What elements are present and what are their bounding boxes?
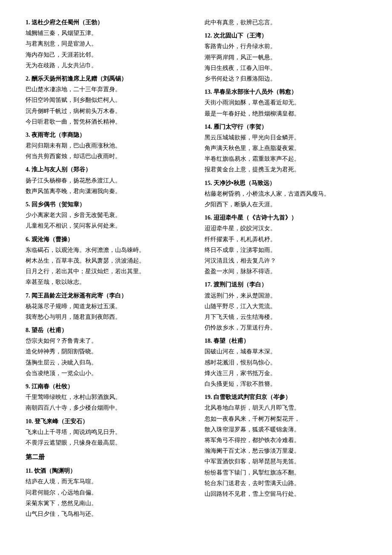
poem-19-line: 瀚海阑干百丈冰，愁云惨淡万里凝。	[205, 445, 366, 456]
poem-7-line: 杨花落尽子规啼，闻道龙标过五溪。	[26, 301, 187, 312]
poem-14-title: 14. 雁门太守行（李贺）	[205, 121, 366, 132]
poem-15-line: 枯藤老树昏鸦，小桥流水人家，古道西风瘦马。	[205, 188, 366, 199]
poem-9-line: 南朝四百八十寺，多少楼台烟雨中。	[26, 402, 187, 413]
poem-6-line: 日月之行，若出其中；星汉灿烂，若出其里。	[26, 266, 187, 277]
poem-19-line: 轮台东门送君去，去时雪满天山路。	[205, 478, 366, 489]
poem-14-line: 黑云压城城欲摧，甲光向日金鳞开。	[205, 132, 366, 143]
poem-19-title: 19. 白雪歌送武判官归京（岑参）	[205, 392, 366, 402]
poem-4-title: 4. 淮上与友人别（郑谷）	[26, 164, 187, 175]
poem-18: 18. 春望（杜甫）国破山河在，城春草木深。感时花溅泪，恨别鸟惊心。烽火连三月，…	[205, 335, 366, 389]
poem-3: 3. 夜雨寄北（李商隐）君问归期未有期，巴山夜雨涨秋池。何当共剪西窗烛，却话巴山…	[26, 130, 187, 162]
poem-1-title: 1. 送杜少府之任蜀州（王勃）	[26, 17, 187, 28]
poem-5-line: 少小离家老大回，乡音无改鬓毛衰。	[26, 210, 187, 220]
poem-18-line: 感时花溅泪，恨别鸟惊心。	[205, 357, 366, 368]
poem-12-line: 海日生残夜，江春入旧年。	[205, 63, 366, 73]
poem-14-line: 半卷红旗临易水，霜重鼓寒声不起。	[205, 153, 366, 164]
poem-11-title: 11. 饮酒（陶渊明）	[26, 465, 187, 476]
poem-12-title: 12. 次北固山下（王湾）	[205, 30, 366, 41]
poem-6-line: 幸甚至哉，歌以咏志。	[26, 277, 187, 287]
poem-16-title: 16. 迢迢牵牛星（《古诗十九首》）	[205, 212, 366, 223]
poem-8-line: 荡胸生层云，决眦入归鸟。	[26, 357, 187, 368]
poem-13-title: 13. 早春呈水部张十八员外（韩愈）	[205, 87, 366, 97]
poem-19-line: 将军角弓不得控，都护铁衣冷难着。	[205, 435, 366, 445]
poem-13: 13. 早春呈水部张十八员外（韩愈）天街小雨润如酥，草色遥看近却无。最是一年春好…	[205, 87, 366, 119]
poem-3-line: 何当共剪西窗烛，却话巴山夜雨时。	[26, 151, 187, 162]
poem-2-line: 今日听君歌一曲，暂凭杯酒长精神。	[26, 116, 187, 127]
left-column: 1. 送杜少府之任蜀州（王勃）城阙辅三秦，风烟望五津。与君离别意，同是宦游人。海…	[26, 17, 187, 522]
poem-16-line: 盈盈一水间，脉脉不得语。	[205, 266, 366, 277]
poem-9: 9. 江南春（杜牧）千里莺啼绿映红，水村山郭酒旗风。南朝四百八十寺，多少楼台烟雨…	[26, 381, 187, 413]
poem-17-line: 仍怜故乡水，万里送行舟。	[205, 322, 366, 333]
poem-19-line: 中军置酒饮归客，胡琴琵琶与羌笛。	[205, 456, 366, 467]
poem-8: 8. 望岳（杜甫）岱宗夫如何？齐鲁青未了。造化钟神秀，阴阳割昏晓。荡胸生层云，决…	[26, 325, 187, 379]
poem-18-line: 白头搔更短，浑欲不胜簪。	[205, 379, 366, 389]
poem-11-line: 问君何能尔，心远地自偏。	[26, 487, 187, 498]
poem-8-title: 8. 望岳（杜甫）	[26, 325, 187, 335]
poem-1-line: 城阙辅三秦，风烟望五津。	[26, 28, 187, 38]
poem-16-line: 纤纤擢素手，札札弄机杼。	[205, 234, 366, 245]
poem-17: 17. 渡荆门送别（李白）渡远荆门外，来从楚国游。山随平野尽，江入大荒流。月下飞…	[205, 279, 366, 333]
poem-19-line: 山回路转不见君，雪上空留马行处。	[205, 489, 366, 499]
poem-5: 5. 回乡偶书（贺知章）少小离家老大回，乡音无改鬓毛衰。儿童相见不相识，笑问客从…	[26, 199, 187, 231]
poem-16-line: 河汉清且浅，相去复几许？	[205, 255, 366, 266]
poem-6: 6. 观沧海（曹操）东临碣石，以观沧海。水何澹澹，山岛竦峙。树木丛生，百草丰茂。…	[26, 234, 187, 288]
poem-9-line: 千里莺啼绿映红，水村山郭酒旗风。	[26, 392, 187, 402]
poem-19-line: 北风卷地白草折，胡天八月即飞雪。	[205, 402, 366, 413]
poem-3-title: 3. 夜雨寄北（李商隐）	[26, 130, 187, 140]
poem-11-line: 采菊东篱下，悠然见南山。	[26, 498, 187, 509]
poem-6-line: 树木丛生，百草丰茂。秋风萧瑟，洪波涌起。	[26, 255, 187, 266]
poem-15-line: 夕阳西下，断肠人在天涯。	[205, 199, 366, 210]
poem-6-title: 6. 观沧海（曹操）	[26, 234, 187, 245]
poem-3-line: 君问归期未有期，巴山夜雨涨秋池。	[26, 140, 187, 151]
section-2: 第二册	[26, 451, 187, 463]
poem-17-line: 月下飞天镜，云生结海楼。	[205, 312, 366, 322]
poem-12: 12. 次北固山下（王湾）客路青山外，行舟绿水前。潮平两岸阔，风正一帆悬。海日生…	[205, 30, 366, 84]
poem-2-title: 2. 酬乐天扬州初逢席上见赠（刘禹锡）	[26, 73, 187, 84]
poem-10-line: 飞来山上千寻塔，闻说鸡鸣见日升。	[26, 427, 187, 437]
section-header-section-2: 第二册	[26, 451, 187, 463]
poem-2-line: 沉舟侧畔千帆过，病树前头万木春。	[26, 106, 187, 116]
poem-13-line: 最是一年春好处，绝胜烟柳满皇都。	[205, 108, 366, 119]
poem-19: 19. 白雪歌送武判官归京（岑参）北风卷地白草折，胡天八月即飞雪。忽如一夜春风来…	[205, 392, 366, 499]
poem-10-title: 10. 登飞来峰（王安石）	[26, 416, 187, 427]
poem-2: 2. 酬乐天扬州初逢席上见赠（刘禹锡）巴山楚水凄凉地，二十三年弃置身。怀旧空吟闻…	[26, 73, 187, 127]
poem-18-line: 烽火连三月，家书抵万金。	[205, 368, 366, 379]
poem-7-line: 我寄愁心与明月，随君直到夜郎西。	[26, 312, 187, 322]
poem-1-line: 无为在歧路，儿女共沾巾。	[26, 60, 187, 71]
poem-10: 10. 登飞来峰（王安石）飞来山上千寻塔，闻说鸡鸣见日升。不畏浮云遮望眼，只缘身…	[26, 416, 187, 448]
poem-19-line: 忽如一夜春风来，千树万树梨花开，	[205, 413, 366, 424]
poem-4-line: 扬子江头杨柳春，扬花愁杀渡江人。	[26, 175, 187, 186]
poem-14-line: 角声满天秋色里，塞上燕脂凝夜紫。	[205, 143, 366, 153]
poem-11-line: 山气日夕佳，飞鸟相与还。	[26, 509, 187, 519]
poem-17-line: 山随平野尽，江入大荒流。	[205, 301, 366, 312]
poem-9-title: 9. 江南春（杜牧）	[26, 381, 187, 392]
poem-6-line: 东临碣石，以观沧海。水何澹澹，山岛竦峙。	[26, 245, 187, 255]
poem-11-line: 结庐在人境，而无车马喧。	[26, 476, 187, 487]
poem-2-line: 怀旧空吟闻笛赋，到乡翻似烂柯人。	[26, 95, 187, 105]
right-column: 此中有真意，欲辨已忘言。12. 次北固山下（王湾）客路青山外，行舟绿水前。潮平两…	[205, 17, 366, 522]
poem-18-line: 国破山河在，城春草木深。	[205, 346, 366, 357]
poem-1: 1. 送杜少府之任蜀州（王勃）城阙辅三秦，风烟望五津。与君离别意，同是宦游人。海…	[26, 17, 187, 71]
poem-17-title: 17. 渡荆门送别（李白）	[205, 279, 366, 290]
poem-10-line: 不畏浮云遮望眼，只缘身在最高层。	[26, 437, 187, 448]
poem-4-line: 数声风笛离亭晚，君向潇湘我向秦。	[26, 186, 187, 197]
poem-7: 7. 闻王昌龄左迁龙标遥有此寄（李白）杨花落尽子规啼，闻道龙标过五溪。我寄愁心与…	[26, 290, 187, 323]
poem-14: 14. 雁门太守行（李贺）黑云压城城欲摧，甲光向日金鳞开。角声满天秋色里，塞上燕…	[205, 121, 366, 175]
poem-12-line: 潮平两岸阔，风正一帆悬。	[205, 52, 366, 63]
poem-5-line: 儿童相见不相识，笑问客从何处来。	[26, 220, 187, 231]
poem-2-line: 巴山楚水凄凉地，二十三年弃置身。	[26, 84, 187, 95]
poem-1-line: 海内存知己，天涯若比邻。	[26, 49, 187, 60]
poem-8-line: 岱宗夫如何？齐鲁青未了。	[26, 335, 187, 346]
poem-16: 16. 迢迢牵牛星（《古诗十九首》）迢迢牵牛星，皎皎河汉女。纤纤擢素手，札札弄机…	[205, 212, 366, 277]
poem-14-line: 报君黄金台上意，提携玉龙为君死。	[205, 164, 366, 175]
poem-1-end: 此中有真意，欲辨已忘言。	[205, 17, 366, 28]
poem-17-line: 渡远荆门外，来从楚国游。	[205, 290, 366, 301]
poem-5-title: 5. 回乡偶书（贺知章）	[26, 199, 187, 210]
poem-18-title: 18. 春望（杜甫）	[205, 335, 366, 346]
poem-8-line: 会当凌绝顶，一览众山小。	[26, 368, 187, 379]
poem-1-end-line: 此中有真意，欲辨已忘言。	[205, 17, 366, 28]
poem-4: 4. 淮上与友人别（郑谷）扬子江头杨柳春，扬花愁杀渡江人。数声风笛离亭晚，君向潇…	[26, 164, 187, 197]
poem-11: 11. 饮酒（陶渊明）结庐在人境，而无车马喧。问君何能尔，心远地自偏。采菊东篱下…	[26, 465, 187, 519]
poem-15-title: 15. 天净沙•秋思（马致远）	[205, 178, 366, 188]
poem-15: 15. 天净沙•秋思（马致远）枯藤老树昏鸦，小桥流水人家，古道西风瘦马。夕阳西下…	[205, 178, 366, 210]
